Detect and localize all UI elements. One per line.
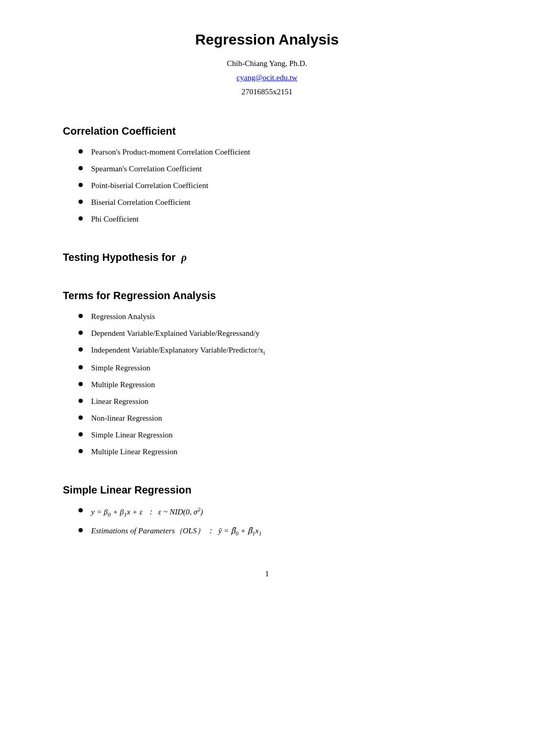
page-number: 1: [63, 569, 471, 578]
list-item-formula1: y = β0 + β1x + ε ： ε ~ NID(0, σ2): [79, 505, 471, 519]
bullet-icon: [79, 166, 83, 170]
author-email: cyang@ocit.edu.tw: [63, 71, 471, 85]
section-terms-title: Terms for Regression Analysis: [63, 290, 471, 302]
list-item-text: Biserial Correlation Coefficient: [91, 196, 191, 209]
list-item: Multiple Regression: [79, 378, 471, 391]
formula1: y = β0 + β1x + ε ： ε ~ NID(0, σ2): [91, 505, 203, 519]
list-item: Non-linear Regression: [79, 412, 471, 424]
list-item-text: Pearson's Product-moment Correlation Coe…: [91, 146, 250, 158]
bullet-icon: [79, 399, 83, 403]
page-container: Regression Analysis Chih-Chiang Yang, Ph…: [63, 31, 471, 578]
list-item-text: Point-biserial Correlation Coefficient: [91, 179, 208, 192]
list-item-text: Regression Analysis: [91, 310, 155, 323]
list-item: Linear Regression: [79, 395, 471, 408]
list-item-text: Independent Variable/Explanatory Variabl…: [91, 344, 265, 357]
list-item-text: Phi Coefficient: [91, 213, 139, 225]
section-testing-hypothesis: Testing Hypothesis for ρ: [63, 251, 471, 264]
bullet-icon: [79, 432, 83, 436]
bullet-icon: [79, 183, 83, 187]
list-item-text: Multiple Linear Regression: [91, 445, 177, 458]
list-item-text: Linear Regression: [91, 395, 149, 408]
bullet-icon: [79, 331, 83, 335]
slr-list: y = β0 + β1x + ε ： ε ~ NID(0, σ2) Estima…: [79, 505, 471, 538]
list-item: Biserial Correlation Coefficient: [79, 196, 471, 209]
main-title: Regression Analysis: [63, 31, 471, 48]
section-correlation: Correlation Coefficient Pearson's Produc…: [63, 125, 471, 225]
rho-symbol: ρ: [181, 251, 186, 263]
list-item: Regression Analysis: [79, 310, 471, 323]
bullet-icon: [79, 149, 83, 154]
section-slr-title: Simple Linear Regression: [63, 484, 471, 496]
list-item-formula2: Estimations of Parameters（OLS） ： ŷ = β̄0…: [79, 524, 471, 538]
list-item-text: Spearman's Correlation Coefficient: [91, 162, 202, 175]
list-item: Multiple Linear Regression: [79, 445, 471, 458]
bullet-icon: [79, 216, 83, 221]
list-item: Independent Variable/Explanatory Variabl…: [79, 344, 471, 357]
bullet-icon: [79, 365, 83, 369]
bullet-icon: [79, 449, 83, 453]
list-item-text: Simple Linear Regression: [91, 429, 173, 441]
list-item: Pearson's Product-moment Correlation Coe…: [79, 146, 471, 158]
bullet-icon: [79, 528, 83, 532]
bullet-icon: [79, 382, 83, 386]
author-phone: 27016855x2151: [63, 85, 471, 99]
section-terms: Terms for Regression Analysis Regression…: [63, 290, 471, 458]
list-item-text: Multiple Regression: [91, 378, 155, 391]
author-block: Chih-Chiang Yang, Ph.D. cyang@ocit.edu.t…: [63, 57, 471, 99]
list-item: Point-biserial Correlation Coefficient: [79, 179, 471, 192]
list-item: Spearman's Correlation Coefficient: [79, 162, 471, 175]
list-item-text: Non-linear Regression: [91, 412, 162, 424]
correlation-list: Pearson's Product-moment Correlation Coe…: [79, 146, 471, 225]
bullet-icon: [79, 347, 83, 352]
list-item: Dependent Variable/Explained Variable/Re…: [79, 327, 471, 339]
list-item: Simple Linear Regression: [79, 429, 471, 441]
bullet-icon: [79, 200, 83, 204]
terms-list: Regression Analysis Dependent Variable/E…: [79, 310, 471, 458]
list-item-text: Simple Regression: [91, 361, 150, 374]
list-item: Simple Regression: [79, 361, 471, 374]
bullet-icon: [79, 415, 83, 420]
author-email-link[interactable]: cyang@ocit.edu.tw: [237, 73, 297, 82]
section-correlation-title: Correlation Coefficient: [63, 125, 471, 137]
bullet-icon: [79, 508, 83, 512]
list-item-text: Dependent Variable/Explained Variable/Re…: [91, 327, 260, 339]
section-testing-title: Testing Hypothesis for ρ: [63, 251, 471, 264]
bullet-icon: [79, 314, 83, 318]
author-name: Chih-Chiang Yang, Ph.D.: [63, 57, 471, 71]
section-slr: Simple Linear Regression y = β0 + β1x + …: [63, 484, 471, 538]
list-item: Phi Coefficient: [79, 213, 471, 225]
formula2: Estimations of Parameters（OLS） ： ŷ = β̄0…: [91, 524, 262, 538]
